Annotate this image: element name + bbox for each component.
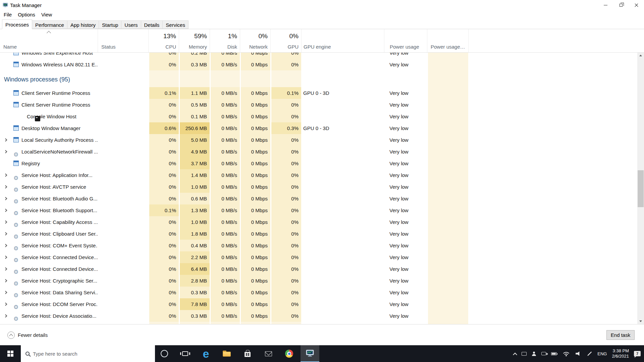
- battery-icon[interactable]: [551, 352, 557, 355]
- task-view-button[interactable]: [176, 345, 195, 362]
- expand-chevron-icon[interactable]: [4, 150, 7, 154]
- chrome-taskbar-button[interactable]: [280, 345, 299, 362]
- column-header-power_trend[interactable]: Power usage tr...: [427, 29, 468, 52]
- expand-chevron-icon[interactable]: [4, 209, 7, 212]
- process-row[interactable]: Client Server Runtime Process0%0.5 MB0 M…: [0, 99, 637, 111]
- process-row[interactable]: Desktop Window Manager0.6%250.6 MB0 MB/s…: [0, 122, 637, 134]
- network-cell: 0 Mbps: [240, 298, 270, 310]
- scrollbar-thumb[interactable]: [638, 170, 644, 207]
- hidden-icons-chevron[interactable]: [513, 352, 517, 357]
- column-header-gpu_engine[interactable]: GPU engine: [301, 29, 384, 52]
- store-taskbar-button[interactable]: [238, 345, 257, 362]
- edge-taskbar-button[interactable]: [197, 345, 215, 362]
- process-row[interactable]: Service Host: Capability Access ...0%1.0…: [0, 216, 637, 228]
- end-task-button[interactable]: End task: [606, 330, 635, 340]
- process-row[interactable]: Service Host: Data Sharing Servi...0%0.3…: [0, 287, 637, 298]
- start-button[interactable]: [0, 345, 21, 362]
- vertical-scrollbar[interactable]: [637, 53, 644, 324]
- gpu-cell: 0%: [270, 59, 301, 70]
- cortana-button[interactable]: [155, 345, 174, 362]
- process-row[interactable]: Service Host: Connected Device...0%6.4 M…: [0, 263, 637, 275]
- column-header-name[interactable]: Name: [0, 29, 98, 52]
- tab-services[interactable]: Services: [162, 20, 189, 29]
- column-header-disk[interactable]: 1%Disk: [210, 29, 240, 52]
- name-cell: Windows Wireless LAN 802.11 E...: [0, 59, 98, 70]
- process-group-header[interactable]: Windows processes (95): [0, 70, 637, 87]
- minimize-button[interactable]: [598, 0, 613, 10]
- column-header-memory[interactable]: 59%Memory: [179, 29, 210, 52]
- meet-now-icon[interactable]: [541, 352, 546, 355]
- process-row[interactable]: Windows Wireless LAN 802.11 E...0%0.3 MB…: [0, 59, 637, 70]
- network-cell: 0 Mbps: [240, 228, 270, 240]
- fewer-details-toggle[interactable]: Fewer details: [7, 324, 48, 346]
- windows-logo-icon: [7, 351, 13, 357]
- restore-button[interactable]: [613, 0, 629, 10]
- cpu-cell: 0%: [148, 111, 179, 122]
- clock[interactable]: 3:38 PM 2/6/2021: [612, 348, 629, 359]
- expand-chevron-icon[interactable]: [4, 279, 7, 283]
- process-row[interactable]: Registry0%3.7 MB0 MB/s0 Mbps0%Very low: [0, 158, 637, 169]
- scroll-up-button[interactable]: [637, 53, 644, 58]
- task-manager-taskbar-button[interactable]: [301, 345, 319, 362]
- process-name: Windows Wireless LAN 802.11 E...: [21, 62, 98, 67]
- tablet-mode-icon[interactable]: [522, 352, 527, 356]
- expand-chevron-icon[interactable]: [4, 138, 7, 142]
- pen-icon[interactable]: [587, 351, 592, 356]
- tab-startup[interactable]: Startup: [99, 20, 121, 29]
- process-row[interactable]: Service Host: Connected Device...0%2.2 M…: [0, 251, 637, 263]
- process-row[interactable]: Service Host: Bluetooth Audio G...0%0.6 …: [0, 193, 637, 204]
- power-trend-cell: [427, 240, 468, 251]
- expand-chevron-icon[interactable]: [4, 174, 7, 177]
- menu-view[interactable]: View: [38, 12, 55, 17]
- column-header-power[interactable]: Power usage: [384, 29, 427, 52]
- tab-processes[interactable]: Processes: [2, 19, 32, 29]
- expand-chevron-icon[interactable]: [4, 267, 7, 271]
- expand-chevron-icon[interactable]: [4, 221, 7, 224]
- tab-details[interactable]: Details: [141, 20, 163, 29]
- expand-chevron-icon[interactable]: [4, 185, 7, 189]
- expand-chevron-icon[interactable]: [4, 303, 7, 306]
- process-row[interactable]: Service Host: COM+ Event Syste...0%0.4 M…: [0, 240, 637, 251]
- people-icon[interactable]: [532, 352, 536, 356]
- process-row[interactable]: Client Server Runtime Process0.1%1.1 MB0…: [0, 87, 637, 99]
- language-indicator[interactable]: ENG: [597, 351, 607, 356]
- column-label-cpu: CPU: [149, 44, 179, 52]
- column-header-gpu[interactable]: 0%GPU: [270, 29, 301, 52]
- process-row[interactable]: Service Host: Cryptographic Ser...0%2.8 …: [0, 275, 637, 287]
- tab-performance[interactable]: Performance: [32, 20, 67, 29]
- expand-chevron-icon[interactable]: [4, 244, 7, 247]
- expand-chevron-icon[interactable]: [4, 256, 7, 259]
- process-row[interactable]: Service Host: DCOM Server Proc...0%7.8 M…: [0, 298, 637, 310]
- process-row[interactable]: Service Host: AVCTP service0%1.0 MB0 MB/…: [0, 181, 637, 193]
- expand-chevron-icon[interactable]: [4, 232, 7, 236]
- process-row[interactable]: LocalServiceNoNetworkFirewall ...0%4.9 M…: [0, 146, 637, 158]
- process-row[interactable]: Service Host: Clipboard User Ser...0%1.8…: [0, 228, 637, 240]
- menu-options[interactable]: Options: [15, 12, 38, 17]
- process-row[interactable]: Service Host: Application Infor...0%1.4 …: [0, 169, 637, 181]
- action-center-icon[interactable]: 7: [634, 351, 641, 356]
- process-row[interactable]: Console Window Host0%0.1 MB0 MB/s0 Mbps0…: [0, 111, 637, 122]
- process-row[interactable]: Windows Shell Experience Host0%0.2 MB0 M…: [0, 53, 637, 59]
- expand-chevron-icon[interactable]: [4, 314, 7, 318]
- menu-file[interactable]: File: [1, 12, 15, 17]
- mail-taskbar-button[interactable]: [259, 345, 278, 362]
- expand-chevron-icon[interactable]: [4, 291, 7, 294]
- file-explorer-taskbar-button[interactable]: [217, 345, 236, 362]
- wifi-icon[interactable]: [562, 351, 571, 356]
- column-header-network[interactable]: 0%Network: [240, 29, 270, 52]
- process-row[interactable]: Service Host: Device Associatio...0%0.3 …: [0, 310, 637, 322]
- process-row[interactable]: Local Security Authority Process ...0%5.…: [0, 134, 637, 146]
- close-button[interactable]: [629, 0, 644, 10]
- volume-icon[interactable]: [576, 351, 582, 356]
- scroll-down-button[interactable]: [637, 318, 644, 324]
- search-input[interactable]: [33, 345, 155, 362]
- column-header-status[interactable]: Status: [98, 29, 148, 52]
- tab-app-history[interactable]: App history: [67, 20, 99, 29]
- column-header-cpu[interactable]: 13%CPU: [148, 29, 179, 52]
- tab-users[interactable]: Users: [121, 20, 141, 29]
- gpu-engine-cell: [301, 146, 384, 158]
- process-row[interactable]: Service Host: Bluetooth Support...0.1%1.…: [0, 204, 637, 216]
- expand-chevron-icon[interactable]: [4, 197, 7, 200]
- taskbar-search[interactable]: [21, 345, 155, 362]
- cpu-cell: 0%: [148, 146, 179, 158]
